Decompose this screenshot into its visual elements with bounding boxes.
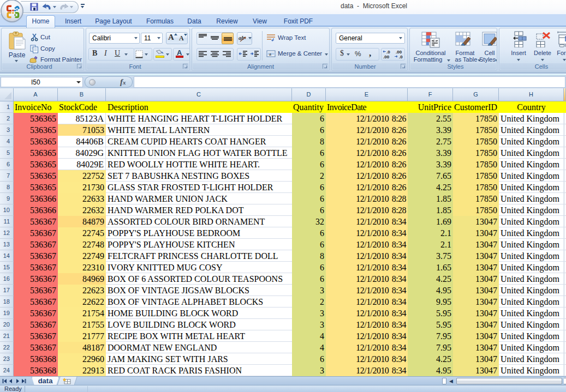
svg-text:.0: .0 — [386, 50, 390, 55]
svg-text:.0: .0 — [399, 55, 403, 59]
svg-text:.00: .00 — [383, 55, 390, 59]
svg-text:.00: .00 — [396, 50, 402, 55]
svg-text:a: a — [269, 51, 271, 57]
